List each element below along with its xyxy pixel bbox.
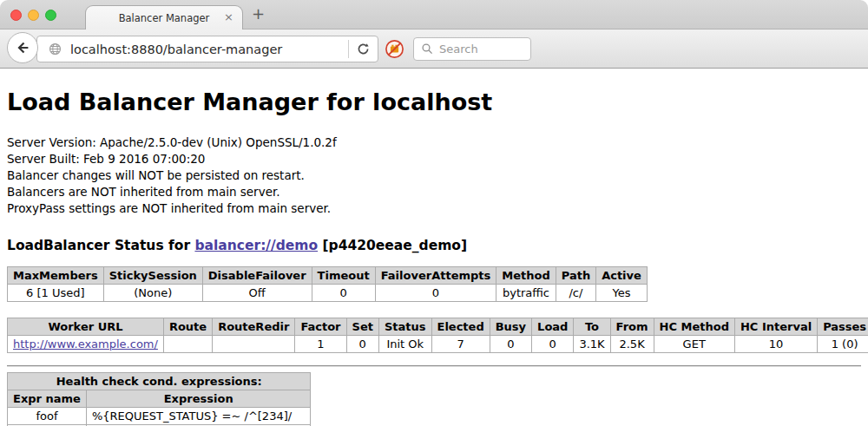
cell-set: 0	[346, 336, 378, 353]
col-stickysession: StickySession	[103, 267, 202, 285]
tab-close-icon[interactable]: ×	[224, 10, 233, 23]
cell-to: 3.1K	[574, 336, 610, 353]
cell-from: 2.5K	[610, 336, 654, 353]
back-button[interactable]	[7, 32, 38, 63]
window-minimize-button[interactable]	[28, 10, 39, 21]
cell-busy: 0	[490, 336, 531, 353]
plugin-blocked-icon	[385, 39, 404, 59]
table-title-row: Health check cond. expressions:	[8, 373, 311, 390]
worker-url-link[interactable]: http://www.example.com/	[13, 338, 158, 351]
balancers-note-line: Balancers are NOT inherited from main se…	[7, 184, 861, 200]
cell-load: 0	[532, 336, 574, 353]
col-worker-url: Worker URL	[8, 318, 164, 336]
col-from: From	[610, 318, 654, 336]
col-busy: Busy	[490, 318, 531, 336]
back-icon	[14, 39, 31, 56]
col-maxmembers: MaxMembers	[8, 267, 104, 285]
col-status: Status	[378, 318, 431, 336]
cell-method: bytraffic	[496, 285, 556, 302]
col-expr-name: Expr name	[8, 390, 87, 408]
cell-worker-url: http://www.example.com/	[8, 336, 164, 353]
status-prefix: LoadBalancer Status for	[7, 238, 194, 253]
persist-note-line: Balancer changes will NOT be persisted o…	[7, 167, 861, 184]
new-tab-button[interactable]: +	[252, 4, 265, 23]
cell-status: Init Ok	[378, 336, 431, 353]
server-built-line: Server Built: Feb 9 2016 07:00:20	[7, 151, 861, 167]
cell-maxmembers: 6 [1 Used]	[8, 285, 104, 302]
table-header-row: Worker URL Route RouteRedir Factor Set S…	[8, 318, 868, 336]
tab-balancer-manager[interactable]: Balancer Manager ×	[85, 5, 243, 30]
site-globe-icon	[48, 42, 62, 56]
col-passes: Passes	[818, 318, 868, 336]
col-timeout: Timeout	[312, 267, 375, 285]
col-failoverattempts: FailoverAttempts	[375, 267, 496, 285]
col-method: Method	[496, 267, 556, 285]
col-factor: Factor	[295, 318, 346, 336]
col-hc-method: HC Method	[654, 318, 734, 336]
col-route: Route	[163, 318, 212, 336]
cell-hc-method: GET	[654, 336, 734, 353]
cell-disablefailover: Off	[202, 285, 312, 302]
cell-stickysession: (None)	[103, 285, 202, 302]
col-active: Active	[596, 267, 648, 285]
table-row: http://www.example.com/ 1 0 Init Ok 7 0 …	[8, 336, 868, 353]
proxypass-note-line: ProxyPass settings are NOT inherited fro…	[7, 200, 861, 217]
col-path: Path	[556, 267, 595, 285]
worker-table: Worker URL Route RouteRedir Factor Set S…	[7, 318, 868, 353]
balancer-demo-link[interactable]: balancer://demo	[194, 238, 318, 253]
col-set: Set	[346, 318, 378, 336]
cell-failoverattempts: 0	[375, 285, 496, 302]
url-bar[interactable]	[36, 36, 378, 62]
cell-elected: 7	[431, 336, 490, 353]
col-to: To	[574, 318, 610, 336]
tab-title: Balancer Manager	[119, 12, 210, 24]
page-content: Load Balancer Manager for localhost Serv…	[0, 69, 868, 426]
reload-button[interactable]	[349, 42, 378, 56]
page-title: Load Balancer Manager for localhost	[7, 88, 861, 115]
loadbalancer-status-heading: LoadBalancer Status for balancer://demo …	[7, 238, 861, 253]
search-bar[interactable]	[413, 37, 531, 61]
status-suffix: [p4420eeae_demo]	[318, 238, 467, 253]
search-input[interactable]	[439, 43, 587, 56]
cell-timeout: 0	[312, 285, 375, 302]
col-hc-interval: HC Interval	[734, 318, 817, 336]
health-table-title: Health check cond. expressions:	[8, 373, 311, 390]
navigation-toolbar	[0, 29, 868, 69]
col-elected: Elected	[431, 318, 490, 336]
cell-path: /c/	[556, 285, 595, 302]
server-version-line: Server Version: Apache/2.5.0-dev (Unix) …	[7, 134, 861, 151]
col-load: Load	[532, 318, 574, 336]
cell-route	[163, 336, 212, 353]
table-header-row: MaxMembers StickySession DisableFailover…	[8, 267, 648, 285]
reload-icon	[356, 42, 371, 56]
cell-factor: 1	[295, 336, 346, 353]
server-info: Server Version: Apache/2.5.0-dev (Unix) …	[7, 134, 861, 217]
plugin-blocked-button[interactable]	[385, 39, 404, 59]
cell-passes: 1 (0)	[818, 336, 868, 353]
table-header-row: Expr name Expression	[8, 390, 311, 408]
table-row: 6 [1 Used] (None) Off 0 0 bytraffic /c/ …	[8, 285, 648, 302]
cell-active: Yes	[596, 285, 648, 302]
browser-window: Balancer Manager × +	[0, 0, 868, 426]
cell-expr-name: foof	[8, 408, 87, 425]
window-close-button[interactable]	[10, 10, 22, 21]
search-icon	[421, 43, 434, 56]
tab-strip: Balancer Manager × +	[0, 0, 868, 29]
table-row: foof %{REQUEST_STATUS} =~ /^[234]/	[8, 408, 311, 425]
window-zoom-button[interactable]	[45, 10, 56, 21]
balancer-settings-table: MaxMembers StickySession DisableFailover…	[7, 266, 648, 302]
cell-hc-interval: 10	[734, 336, 817, 353]
col-expression: Expression	[86, 390, 311, 408]
cell-expression: %{REQUEST_STATUS} =~ /^[234]/	[86, 408, 311, 425]
url-input[interactable]	[70, 43, 348, 56]
col-disablefailover: DisableFailover	[202, 267, 312, 285]
divider	[7, 365, 861, 367]
health-check-table: Health check cond. expressions: Expr nam…	[7, 372, 311, 426]
col-routeredir: RouteRedir	[213, 318, 295, 336]
cell-routeredir	[213, 336, 295, 353]
